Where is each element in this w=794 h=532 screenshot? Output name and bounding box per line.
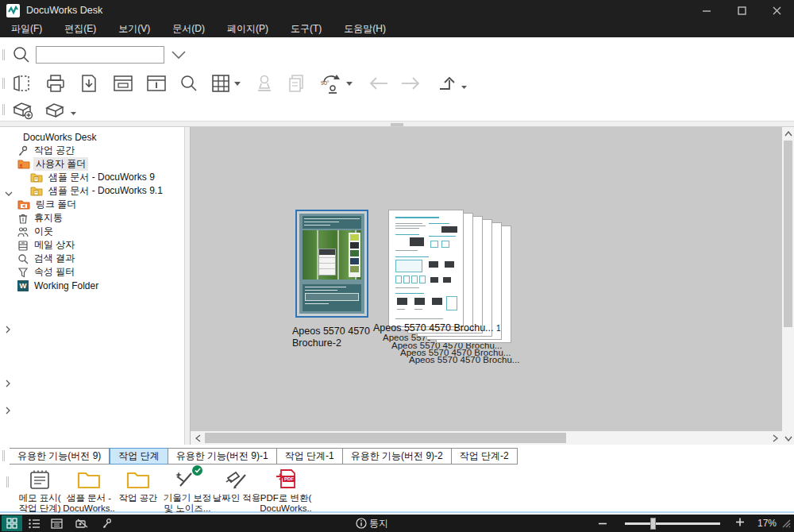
scroll-up-arrow-icon[interactable]	[782, 129, 794, 138]
search-options-chevron-icon[interactable]	[171, 50, 187, 60]
horizontal-splitter[interactable]	[0, 121, 794, 127]
search-icon[interactable]	[12, 45, 31, 64]
binder-icon[interactable]	[44, 99, 66, 120]
chevron-right-icon[interactable]	[5, 326, 11, 333]
menu-document[interactable]: 문서(D)	[161, 21, 216, 37]
zoom-in-button[interactable]	[731, 518, 750, 529]
send-icon[interactable]	[437, 75, 458, 92]
shortcut-show-memo[interactable]: 메모 표시(작업 단계)	[15, 468, 64, 514]
clear-desk-icon[interactable]	[12, 73, 33, 94]
app-icon	[6, 4, 20, 17]
menu-page[interactable]: 페이지(P)	[216, 21, 279, 37]
scroll-left-arrow-icon[interactable]	[192, 431, 203, 445]
search-input[interactable]	[36, 46, 164, 64]
vertical-scrollbar-thumb[interactable]	[784, 141, 792, 327]
resize-grip-icon[interactable]	[781, 519, 791, 528]
send-dropdown-arrow-icon[interactable]	[461, 85, 468, 90]
tree-item-search-results[interactable]: 검색 결과	[0, 252, 183, 265]
shortcut-date-stamp[interactable]: 날짜인 적용	[212, 468, 261, 503]
folder-tree: DocuWorks Desk 작업 공간 사용자 폴더 샘플 문서 - Docu…	[0, 127, 184, 445]
zoom-out-button[interactable]	[592, 517, 614, 530]
thumbnail-grid-icon[interactable]	[210, 73, 231, 94]
working-folder-icon: W	[17, 280, 29, 291]
back-icon	[368, 76, 390, 91]
document-stack-label[interactable]: Apeos 5570 4570 Brochu...	[409, 354, 519, 366]
tree-item-trash[interactable]: 휴지통	[0, 211, 183, 225]
splitter-grip[interactable]	[391, 123, 403, 126]
toolbar-grip[interactable]	[2, 104, 5, 115]
shortcut-convert-pdf[interactable]: PDF PDF로 변환(DocuWorks..	[261, 468, 310, 514]
selected-document-thumbnail[interactable]	[295, 210, 368, 318]
title-bar: DocuWorks Desk	[0, 0, 794, 21]
detail-view-icon[interactable]	[46, 515, 67, 531]
tab-useful-functions-9[interactable]: 유용한 기능(버전 9)	[10, 448, 110, 465]
menu-bar: 파일(F) 편집(E) 보기(V) 문서(D) 페이지(P) 도구(T) 도움말…	[0, 21, 794, 37]
tab-useful-functions-9-1[interactable]: 유용한 기능(버전 9)-1	[168, 448, 277, 465]
find-icon[interactable]	[179, 73, 199, 94]
tree-item-docuworks-desk[interactable]: DocuWorks Desk	[0, 130, 183, 144]
tree-item-workspace[interactable]: 작업 공간	[0, 144, 183, 157]
close-icon[interactable]	[759, 0, 794, 21]
tree-item-property-filter[interactable]: 속성 필터	[0, 265, 183, 279]
scroll-down-arrow-icon[interactable]	[782, 434, 794, 443]
forward-icon	[399, 76, 422, 91]
toolbar-grip[interactable]	[2, 49, 5, 60]
shortcut-sample-docs[interactable]: 샘플 문서 -DocuWorks..	[64, 468, 114, 514]
zoom-slider-thumb[interactable]	[650, 518, 656, 530]
menu-edit[interactable]: 편집(E)	[53, 21, 107, 37]
tree-item-neighbors[interactable]: 이웃	[0, 225, 183, 238]
tab-work-steps-2[interactable]: 작업 단계-2	[452, 448, 518, 465]
zoom-slider[interactable]	[625, 522, 720, 525]
maximize-icon[interactable]	[724, 0, 759, 21]
menu-help[interactable]: 도움말(H)	[333, 21, 397, 37]
list-view-icon[interactable]	[24, 515, 44, 531]
tab-work-steps-1[interactable]: 작업 단계-1	[277, 448, 343, 465]
viewer-window-icon[interactable]	[112, 73, 134, 94]
tree-item-user-folder[interactable]: 사용자 폴더	[0, 157, 183, 171]
shortcut-bar: 메모 표시(작업 단계) 샘플 문서 -DocuWorks.. 작업 공간 기울…	[0, 465, 794, 513]
document-label[interactable]: Apeos 5570 4570 Brochure-2	[292, 326, 370, 349]
infoview-icon[interactable]	[71, 515, 92, 531]
workspace-pin-icon[interactable]	[97, 515, 118, 531]
vertical-splitter[interactable]	[184, 127, 191, 445]
binder-dropdown-arrow-icon[interactable]	[71, 111, 77, 116]
tree-item-working-folder[interactable]: W Working Folder	[0, 279, 183, 292]
user-folder-icon	[17, 159, 30, 169]
toolbar-grip[interactable]	[2, 78, 5, 89]
tree-item-sample-docs-9[interactable]: 샘플 문서 - DocuWorks 9	[0, 171, 183, 184]
chevron-right-icon[interactable]	[5, 380, 11, 387]
vertical-scrollbar[interactable]	[782, 127, 794, 445]
horizontal-scrollbar[interactable]	[191, 431, 782, 445]
import-document-icon[interactable]	[79, 73, 99, 94]
tab-useful-functions-9-2[interactable]: 유용한 기능(버전 9)-2	[343, 448, 452, 465]
menu-file[interactable]: 파일(F)	[0, 21, 53, 37]
chevron-right-icon[interactable]	[5, 407, 11, 414]
toolbar-grip[interactable]	[2, 450, 5, 461]
tree-item-link-folder[interactable]: 링크 폴더	[0, 198, 183, 211]
desk-workspace[interactable]: Apeos 5570 4570 Brochure-2 Apeos 5570 45…	[191, 127, 782, 445]
document-stack-front-page[interactable]	[388, 210, 464, 327]
tab-work-steps[interactable]: 작업 단계	[110, 448, 168, 465]
binder-add-icon[interactable]	[12, 99, 34, 120]
horizontal-scrollbar-thumb[interactable]	[205, 433, 566, 443]
scroll-right-arrow-icon[interactable]	[769, 431, 781, 445]
shortcut-deskew-noise[interactable]: 기울기 보정및 노이즈...	[163, 468, 212, 514]
properties-window-icon[interactable]	[145, 73, 168, 94]
folder-icon	[75, 468, 102, 491]
tree-item-sample-docs-9-1[interactable]: 샘플 문서 - DocuWorks 9.1	[0, 184, 183, 198]
menu-tools[interactable]: 도구(T)	[279, 21, 333, 37]
minimize-icon[interactable]	[689, 0, 724, 21]
menu-view[interactable]: 보기(V)	[107, 21, 161, 37]
print-icon[interactable]	[45, 73, 66, 94]
grid-dropdown-arrow-icon[interactable]	[234, 81, 241, 87]
toolbar-grip[interactable]	[6, 476, 9, 488]
document-stack-label[interactable]: Apeos 5570 4570 Brochu... 1	[373, 322, 501, 334]
notification-area[interactable]: 통지	[356, 517, 388, 530]
thumbnail-view-icon[interactable]	[2, 515, 22, 531]
rotate-90-icon[interactable]: 90°	[319, 72, 343, 94]
tree-item-mailbox[interactable]: 메일 상자	[0, 238, 183, 252]
link-folder-icon	[17, 199, 30, 210]
date-stamp-icon	[223, 468, 250, 491]
rotate-dropdown-arrow-icon[interactable]	[346, 81, 353, 87]
shortcut-workspace[interactable]: 작업 공간	[114, 468, 163, 503]
